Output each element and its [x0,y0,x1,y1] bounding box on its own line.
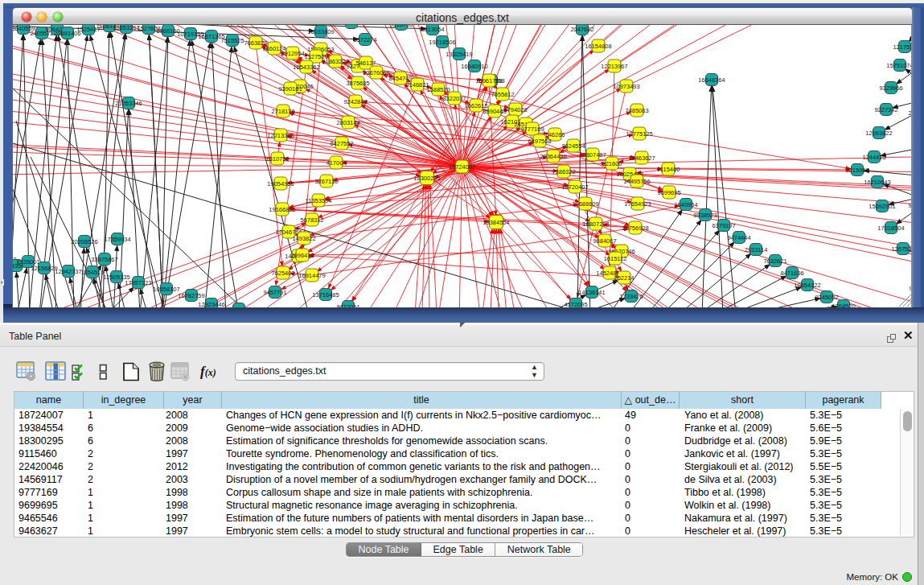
svg-text:18463627: 18463627 [628,154,655,162]
svg-text:1154519: 1154519 [81,269,105,276]
svg-text:7515525: 7515525 [220,37,244,44]
svg-text:20206526: 20206526 [71,238,97,245]
svg-text:18300295: 18300295 [413,175,440,182]
svg-text:9329966: 9329966 [879,84,902,92]
svg-text:12942737: 12942737 [55,268,81,275]
svg-text:20364436: 20364436 [540,153,566,160]
svg-text:16961758: 16961758 [475,77,502,84]
svg-text:8471636: 8471636 [780,270,803,277]
svg-text:2047682: 2047682 [570,26,593,33]
svg-text:12156829: 12156829 [31,265,57,272]
svg-text:10958107: 10958107 [153,286,179,293]
svg-text:1733426: 1733426 [619,293,643,300]
svg-text:14136141: 14136141 [578,289,605,296]
svg-text:8813054: 8813054 [421,26,444,33]
svg-text:3572274: 3572274 [353,36,376,43]
svg-text:10807487: 10807487 [579,151,606,159]
svg-text:1588520: 1588520 [426,86,450,93]
svg-text:2096413: 2096413 [290,252,314,259]
svg-text:9516735: 9516735 [389,25,413,28]
svg-text:4172095: 4172095 [564,301,587,308]
svg-text:7485063: 7485063 [625,107,648,114]
svg-text:1217534: 1217534 [893,43,912,51]
svg-text:9390161: 9390161 [278,85,302,93]
svg-text:252214: 252214 [614,274,634,282]
svg-text:17654923: 17654923 [624,200,651,208]
svg-text:17359934: 17359934 [104,236,130,243]
svg-text:10543362: 10543362 [293,64,319,71]
svg-text:15720407: 15720407 [561,183,588,191]
svg-text:10973493: 10973493 [613,83,639,90]
svg-text:16640910: 16640910 [461,63,487,70]
svg-text:15692901: 15692901 [869,203,895,210]
svg-text:13325419: 13325419 [446,51,472,58]
svg-text:12213967: 12213967 [601,63,627,70]
svg-text:17957223: 17957223 [125,279,151,286]
svg-text:21053346: 21053346 [115,100,142,107]
svg-text:1244415: 1244415 [862,154,885,161]
svg-text:9146821: 9146821 [405,81,429,89]
svg-text:9684067: 9684067 [593,237,616,245]
svg-text:10688609: 10688609 [572,200,598,208]
svg-text:6379197: 6379197 [712,222,735,229]
svg-text:19054985: 19054985 [267,180,294,187]
svg-text:8990443: 8990443 [483,108,506,115]
svg-text:12923446: 12923446 [198,301,224,308]
svg-text:9115460: 9115460 [657,166,680,173]
svg-text:20756928: 20756928 [622,225,648,232]
svg-text:19218506: 19218506 [429,39,455,46]
svg-text:8427552: 8427552 [330,140,353,147]
svg-text:6497568: 6497568 [528,138,551,145]
svg-text:10654122: 10654122 [794,282,820,289]
svg-text:1267534: 1267534 [891,245,912,253]
svg-text:417004: 417004 [326,159,346,167]
svg-text:6966160: 6966160 [156,27,179,35]
svg-text:8322037: 8322037 [442,95,466,102]
svg-text:546127: 546127 [355,60,376,67]
svg-text:2718176: 2718176 [271,108,294,115]
svg-text:19384554: 19384554 [483,219,509,226]
svg-text:15721974: 15721974 [338,25,364,27]
svg-text:621600: 621600 [602,160,622,167]
svg-text:9242848: 9242848 [343,98,367,105]
svg-text:10653267: 10653267 [113,25,139,31]
svg-text:17016504: 17016504 [877,225,904,232]
svg-text:5678312: 5678312 [300,216,323,224]
svg-text:23676068: 23676068 [363,69,389,76]
svg-text:19166825: 19166825 [269,206,295,213]
svg-text:16033809: 16033809 [307,28,334,35]
svg-text:8938923: 8938923 [693,212,717,219]
svg-text:2933114: 2933114 [745,246,768,253]
svg-text:1493822: 1493822 [292,235,315,242]
svg-text:81863228: 81863228 [322,58,348,65]
svg-text:9777169: 9777169 [520,126,544,133]
svg-text:12775125: 12775125 [626,130,652,138]
svg-text:1640954: 1640954 [674,201,697,208]
svg-text:9699695: 9699695 [657,189,680,196]
svg-text:2803144: 2803144 [336,119,359,126]
svg-text:14495756: 14495756 [623,178,650,185]
svg-text:11353594: 11353594 [306,197,332,204]
svg-text:3267130: 3267130 [314,178,338,185]
svg-text:18807293: 18807293 [582,220,609,228]
svg-text:3624554: 3624554 [561,142,585,150]
svg-text:12213303: 12213303 [267,132,294,139]
svg-text:9227342: 9227342 [874,106,897,113]
svg-text:1610755: 1610755 [265,155,289,163]
svg-text:16648764: 16648764 [698,76,725,84]
svg-text:9151040: 9151040 [227,306,250,308]
svg-text:9474444: 9474444 [727,234,750,241]
svg-text:33975867: 33975867 [91,256,117,263]
svg-text:16782759: 16782759 [178,292,204,299]
svg-text:3912954: 3912954 [281,50,304,57]
svg-text:16154808: 16154808 [585,43,611,50]
svg-text:7386322: 7386322 [552,168,575,175]
svg-text:1764520: 1764520 [832,303,855,308]
svg-text:9245052: 9245052 [815,294,838,301]
svg-text:18724007: 18724007 [449,163,475,171]
svg-text:7632621: 7632621 [763,257,786,265]
svg-text:8472051: 8472051 [336,303,359,308]
svg-text:9457791: 9457791 [263,289,286,296]
svg-text:15751074: 15751074 [886,62,912,69]
svg-text:13716485: 13716485 [312,291,339,299]
